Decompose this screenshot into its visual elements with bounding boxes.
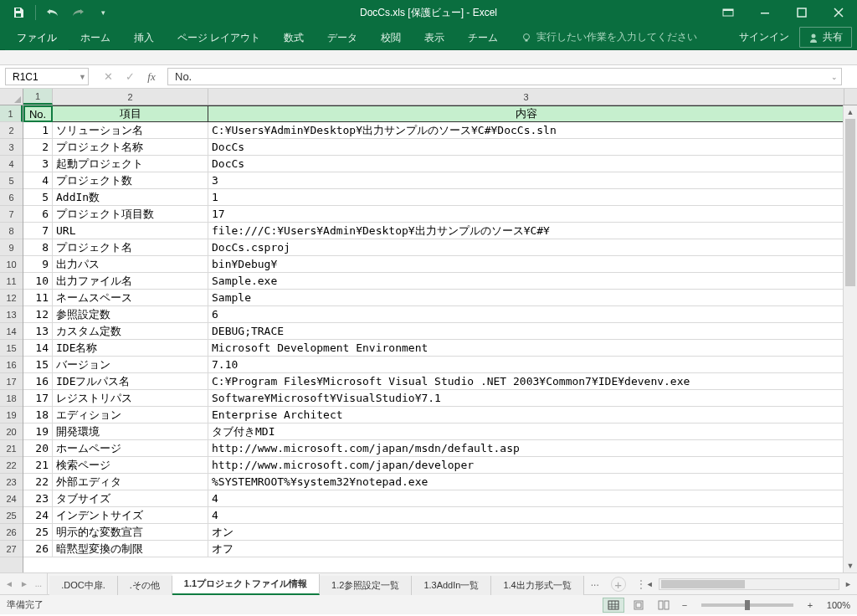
row-header[interactable]: 24 [0, 490, 23, 507]
header-cell-no[interactable]: No. [23, 106, 53, 121]
cell-content[interactable]: タブ付きMDI [208, 424, 844, 439]
row-header[interactable]: 9 [0, 239, 23, 256]
cell-item[interactable]: 開発環境 [53, 424, 208, 439]
cell-no[interactable]: 2 [23, 139, 53, 155]
scroll-split-icon[interactable]: ⋮ [636, 578, 646, 590]
cell-content[interactable]: 7.10 [208, 357, 844, 372]
ribbon-tab-data[interactable]: データ [316, 25, 369, 50]
cell-content[interactable]: DocCs [208, 156, 844, 172]
row-header[interactable]: 7 [0, 206, 23, 223]
row-header[interactable]: 22 [0, 457, 23, 474]
vertical-scrollbar[interactable]: ▲ ▼ [843, 105, 857, 572]
tab-nav-buttons[interactable]: ◄ ► ... [0, 573, 48, 594]
cell-content[interactable]: 4 [208, 490, 844, 506]
ribbon-tab-file[interactable]: ファイル [5, 25, 69, 50]
cell-item[interactable]: URL [53, 223, 208, 239]
row-header[interactable]: 5 [0, 172, 23, 189]
cell-no[interactable]: 20 [23, 440, 53, 456]
cell-no[interactable]: 25 [23, 524, 53, 540]
cell-no[interactable]: 11 [23, 290, 53, 305]
cell-no[interactable]: 8 [23, 239, 53, 255]
cell-item[interactable]: 出力パス [53, 256, 208, 272]
view-page-layout-button[interactable] [628, 598, 649, 613]
cell-content[interactable]: Microsoft Development Environment [208, 340, 844, 356]
row-header[interactable]: 11 [0, 273, 23, 290]
scroll-left-icon[interactable]: ◄ [646, 580, 654, 588]
cell-item[interactable]: レジストリパス [53, 390, 208, 406]
cell-content[interactable]: C:¥Program Files¥Microsoft Visual Studio… [208, 373, 844, 389]
zoom-in-button[interactable]: + [803, 600, 817, 610]
cell-content[interactable]: Enterprise Architect [208, 407, 844, 423]
cell-item[interactable]: 暗黙型変換の制限 [53, 541, 208, 557]
cell-no[interactable]: 18 [23, 407, 53, 423]
row-header[interactable]: 3 [0, 139, 23, 156]
cells-area[interactable]: No.項目内容1ソリューション名C:¥Users¥Admin¥Desktop¥出… [23, 105, 857, 572]
undo-button[interactable] [41, 3, 64, 23]
view-normal-button[interactable] [603, 598, 624, 613]
maximize-button[interactable] [783, 0, 820, 25]
cell-item[interactable]: タブサイズ [53, 490, 208, 506]
row-header[interactable]: 17 [0, 373, 23, 390]
cell-content[interactable]: Sample [208, 290, 844, 305]
row-header[interactable]: 19 [0, 407, 23, 424]
cell-content[interactable]: オン [208, 524, 844, 540]
zoom-level[interactable]: 100% [827, 600, 850, 610]
row-header[interactable]: 26 [0, 524, 23, 541]
vertical-scroll-thumb[interactable] [845, 119, 855, 286]
tab-nav-ellipsis[interactable]: ... [35, 579, 42, 588]
row-header[interactable]: 2 [0, 122, 23, 139]
cell-no[interactable]: 19 [23, 424, 53, 439]
cell-no[interactable]: 9 [23, 256, 53, 272]
cell-no[interactable]: 26 [23, 541, 53, 557]
ribbon-tab-view[interactable]: 表示 [413, 25, 456, 50]
row-header[interactable]: 10 [0, 256, 23, 273]
row-header[interactable]: 12 [0, 290, 23, 306]
sheet-tab[interactable]: .その他 [118, 576, 172, 595]
row-header[interactable]: 16 [0, 357, 23, 373]
minimize-button[interactable] [747, 0, 783, 25]
accept-formula-button[interactable]: ✓ [119, 70, 141, 83]
cell-content[interactable]: 1 [208, 189, 844, 205]
share-button[interactable]: 共有 [799, 27, 852, 48]
cell-content[interactable]: http://www.microsoft.com/japan/developer [208, 457, 844, 473]
column-header-1[interactable]: 1 [23, 89, 53, 105]
row-header[interactable]: 14 [0, 323, 23, 340]
cell-content[interactable]: Software¥Microsoft¥VisualStudio¥7.1 [208, 390, 844, 406]
chevron-down-icon[interactable]: ▼ [79, 73, 86, 81]
tab-nav-first-icon[interactable]: ◄ [5, 579, 13, 588]
cell-no[interactable]: 13 [23, 323, 53, 339]
cell-content[interactable]: DocCs.csproj [208, 239, 844, 255]
cell-item[interactable]: 明示的な変数宣言 [53, 524, 208, 540]
cell-item[interactable]: 起動プロジェクト [53, 156, 208, 172]
cell-no[interactable]: 23 [23, 490, 53, 506]
cell-item[interactable]: 検索ページ [53, 457, 208, 473]
ribbon-tab-page-layout[interactable]: ページ レイアウト [166, 25, 272, 50]
cell-no[interactable]: 3 [23, 156, 53, 172]
ribbon-tab-home[interactable]: ホーム [69, 25, 122, 50]
row-header[interactable]: 20 [0, 424, 23, 440]
cell-item[interactable]: プロジェクト項目数 [53, 206, 208, 222]
row-header[interactable]: 18 [0, 390, 23, 407]
cell-content[interactable]: 17 [208, 206, 844, 222]
redo-button[interactable] [66, 3, 90, 23]
cell-item[interactable]: 参照設定数 [53, 306, 208, 322]
cell-no[interactable]: 4 [23, 172, 53, 188]
cell-no[interactable]: 15 [23, 357, 53, 372]
signin-link[interactable]: サインイン [739, 30, 789, 44]
ribbon-display-button[interactable] [710, 0, 747, 25]
scroll-down-icon[interactable]: ▼ [844, 559, 857, 572]
cell-no[interactable]: 24 [23, 507, 53, 523]
sheet-tab[interactable]: 1.1プロジェクトファイル情報 [172, 574, 320, 595]
cell-content[interactable]: DocCs [208, 139, 844, 155]
row-header[interactable]: 15 [0, 340, 23, 357]
expand-formula-bar-icon[interactable]: ⌄ [831, 73, 838, 81]
cell-item[interactable]: バージョン [53, 357, 208, 372]
cell-content[interactable]: bin¥Debug¥ [208, 256, 844, 272]
ribbon-tab-team[interactable]: チーム [456, 25, 510, 50]
cell-item[interactable]: プロジェクト名称 [53, 139, 208, 155]
cell-content[interactable]: C:¥Users¥Admin¥Desktop¥出力サンプルのソース¥C#¥Doc… [208, 122, 844, 138]
cell-no[interactable]: 1 [23, 122, 53, 138]
insert-function-button[interactable]: fx [141, 70, 162, 84]
ribbon-tab-formulas[interactable]: 数式 [272, 25, 316, 50]
cell-item[interactable]: AddIn数 [53, 189, 208, 205]
